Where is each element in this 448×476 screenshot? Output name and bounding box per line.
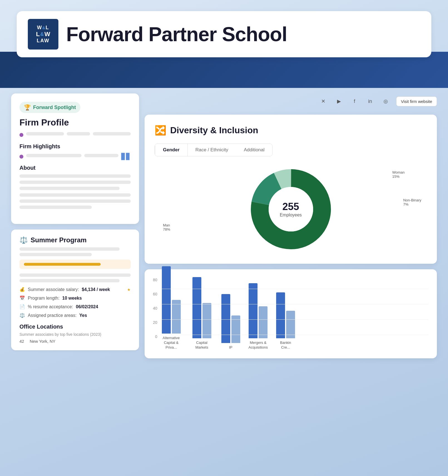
about-line5 [19,199,131,203]
bar-label-3: IP [229,345,232,350]
tab-gender[interactable]: Gender [155,144,188,156]
location-line2 [67,132,90,135]
summer-line4 [19,279,120,282]
diversity-title: Diversity & Inclusion [170,125,258,135]
about-section: About [19,165,131,209]
office-locations: Office Locations Summer associates by to… [19,324,131,344]
progress-bar [24,263,101,266]
salary-star: ★ [127,287,131,292]
resume-item: 📄 % resume acceptance: 06/02/2024 [19,304,131,309]
left-panel-wrapper: 🏆 Forward Spotlight Firm Profile Firm Hi… [11,93,139,358]
summer-label: Summer Program [31,236,86,244]
man-pct: 78% [163,227,170,231]
practice-value: Yes [79,313,87,318]
bar-group-4: Mergers &Acquisitions [249,277,268,350]
bar-2-dark [192,277,201,338]
location-row [19,132,131,138]
bar-group-3: IP [221,282,240,350]
about-line2 [19,181,131,184]
bar-pair-4 [249,277,268,338]
office-city: New York, NY [30,339,56,344]
badge-label: Forward Spotlight [33,105,76,110]
length-item: 📅 Program length: 10 weeks [19,295,131,301]
length-label: Program length: [28,296,60,301]
summer-program-card: ⚖️ Summer Program 💰 Summer associate sal… [11,230,139,350]
y-label-80: 80 [153,278,157,282]
bar-1-light [172,300,181,334]
about-line3 [19,187,120,190]
y-axis: 80 60 40 20 0 [153,278,160,339]
spotlight-icon: 🏆 [24,104,31,111]
firm-profile-card: 🏆 Forward Spotlight Firm Profile Firm Hi… [11,93,139,224]
tab-additional[interactable]: Additional [236,144,273,156]
practice-label: Assigned practice areas: [28,313,76,318]
practice-item: ⚖️ Assigned practice areas: Yes [19,313,131,318]
visit-firm-button[interactable]: Visit firm website [396,97,437,106]
resume-label: % resume acceptance: [28,304,73,309]
bar-5-light [286,311,295,338]
salary-value: $4,134 / week [82,287,110,292]
facebook-icon[interactable]: f [350,96,360,106]
y-label-0: 0 [153,334,157,339]
bar-chart-area: 80 60 40 20 0 [153,278,429,350]
about-line1 [19,174,131,178]
salary-icon: 💰 [19,287,25,292]
man-label: Man 78% [163,223,170,231]
bar-label-5: BankinCre... [280,341,291,350]
bar-pair-1 [162,272,181,334]
firm-profile-title: Firm Profile [19,117,131,128]
about-line6 [19,206,92,209]
highlight-row: ▊▊ [19,153,131,160]
nonbinary-pct: 7% [403,202,421,206]
highlights-title: Firm Highlights [19,143,131,150]
location-line3 [93,132,131,135]
summer-line1 [19,247,120,251]
location-dot [19,133,23,137]
donut-chart-container: 255 Employees Woman 15% Non-Binary 7% Ma… [155,165,427,254]
bar-label-2: Capital Markets [191,341,213,350]
summer-title: ⚖️ Summer Program [19,236,131,244]
office-item: 42 New York, NY [19,339,131,344]
bar-pair-5 [276,277,295,338]
nonbinary-label-text: Non-Binary [403,198,421,202]
donut-center-text: 255 Employees [280,201,302,218]
bar-4-dark [249,283,258,338]
youtube-icon[interactable]: ▶ [334,96,344,106]
bar-5-dark [276,292,285,338]
summer-icon: ⚖️ [19,236,28,244]
woman-label: Woman 15% [392,170,405,179]
y-label-40: 40 [153,306,157,310]
progress-bar-container [19,260,131,269]
logo-bot: LAW [37,38,49,44]
y-label-60: 60 [153,292,157,296]
bar-4-light [259,306,268,338]
summer-line2 [19,253,92,256]
office-title: Office Locations [19,324,131,330]
office-subtitle: Summer associates by top five locations … [19,332,131,337]
bar-group-2: Capital Markets [191,277,213,350]
highlight-line2 [84,154,118,157]
bar-label-4: Mergers &Acquisitions [249,341,268,350]
instagram-icon[interactable]: ◎ [381,96,391,106]
bar-3-dark [221,294,230,343]
bar-label-1: AlternativeCapital & Priva... [160,336,182,350]
salary-item: 💰 Summer associate salary: $4,134 / week… [19,287,131,292]
bars-area: AlternativeCapital & Priva... Capital Ma… [160,289,429,350]
main-content: 🏆 Forward Spotlight Firm Profile Firm Hi… [0,93,448,358]
about-title: About [19,165,131,171]
bar-chart-card: 80 60 40 20 0 [145,269,437,358]
bar-3-light [231,315,240,343]
tab-race-ethnicity[interactable]: Race / Ethnicity [188,144,236,156]
nonbinary-label: Non-Binary 7% [403,198,421,206]
logo-mid: L&W [36,31,50,38]
linkedin-icon[interactable]: in [365,96,375,106]
employee-label: Employees [280,213,302,218]
office-number: 42 [19,339,24,344]
header-title: Forward Partner School [66,23,287,46]
twitter-icon[interactable]: ✕ [318,96,328,106]
diversity-card: 🔀 Diversity & Inclusion Gender Race / Et… [145,115,437,264]
header-card: W&L L&W LAW Forward Partner School [17,11,431,57]
highlight-dot [19,155,23,159]
woman-pct: 15% [392,174,405,179]
bar-group-5: BankinCre... [276,277,295,350]
